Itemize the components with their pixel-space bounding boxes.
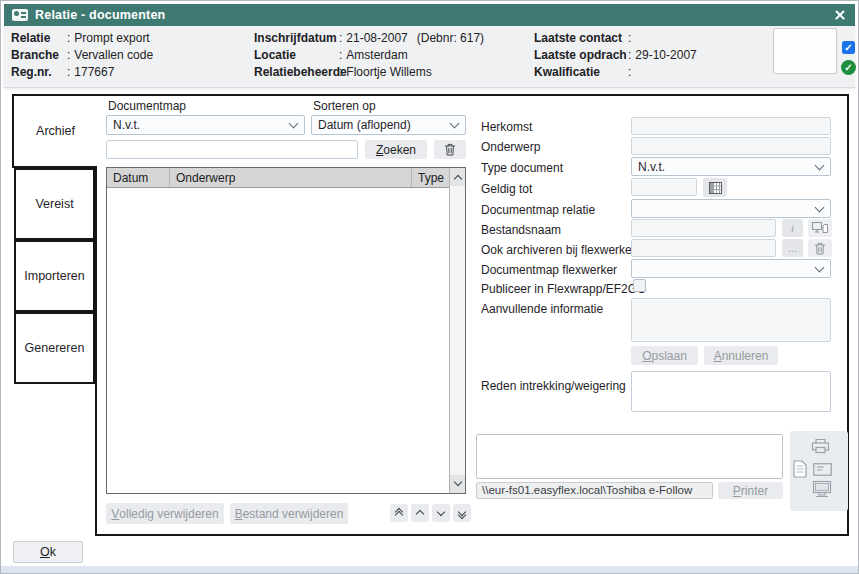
- documentmap-flexwerker-label: Documentmap flexwerker: [481, 263, 617, 277]
- documentmap-select[interactable]: N.v.t.: [106, 115, 305, 135]
- geldig-tot-label: Geldig tot: [481, 182, 532, 196]
- browse-flexwerker-button[interactable]: ...: [782, 239, 803, 257]
- close-icon[interactable]: [833, 8, 847, 22]
- printer-icon: [811, 438, 830, 454]
- documents-table: Datum Onderwerp Type: [106, 167, 466, 494]
- bestandsnaam-label: Bestandsnaam: [481, 223, 561, 237]
- aanvullende-informatie-textarea[interactable]: [631, 298, 831, 342]
- chevron-down-icon: [815, 202, 825, 212]
- zoeken-button[interactable]: Zoeken: [365, 140, 427, 159]
- header-field-kwalificatie: Kwalificatie:: [534, 64, 697, 81]
- ok-button[interactable]: Ok: [13, 541, 83, 563]
- ook-archiveren-input[interactable]: [631, 239, 776, 257]
- header-field-laatste-contact: Laatste contact:: [534, 30, 697, 47]
- approved-check-icon: ✓: [841, 60, 856, 75]
- envelope-icon: [813, 463, 832, 476]
- window-footer-strip: [1, 566, 858, 573]
- tab-importeren[interactable]: Importeren: [14, 240, 95, 312]
- publiceer-checkbox[interactable]: [633, 279, 646, 292]
- window-title: Relatie - documenten: [35, 8, 165, 22]
- scroll-up-icon[interactable]: [450, 168, 465, 186]
- relation-photo-placeholder: [773, 28, 837, 74]
- header-field-locatie: Locatie:Amsterdam: [254, 47, 484, 64]
- output-icon-panel: [790, 431, 848, 511]
- opslaan-button[interactable]: Opslaan: [631, 346, 698, 365]
- relatie-documenten-window: Relatie - documenten Relatie:Prompt expo…: [0, 0, 859, 574]
- header-field-regnr: Reg.nr.:177667: [11, 64, 153, 81]
- flexwerker-trash-button[interactable]: [808, 239, 832, 257]
- volledig-verwijderen-button[interactable]: Volledig verwijderen: [106, 503, 224, 524]
- aanvullende-informatie-label: Aanvullende informatie: [481, 302, 603, 316]
- move-top-icon[interactable]: [390, 504, 408, 522]
- type-document-label: Type document: [481, 161, 563, 175]
- type-document-select[interactable]: N.v.t.: [631, 157, 831, 176]
- column-header-datum[interactable]: Datum: [107, 168, 169, 187]
- reorder-buttons: [390, 504, 471, 522]
- header-column-3: Laatste contact: Laatste opdrach:29-10-2…: [534, 30, 697, 81]
- chevron-down-icon: [815, 262, 825, 272]
- tab-archief[interactable]: Archief: [12, 94, 97, 168]
- relation-summary-header: Relatie:Prompt export Branche:Vervallen …: [4, 26, 855, 88]
- print-preview-box: [476, 434, 783, 479]
- chevron-down-icon: [815, 160, 825, 170]
- move-up-icon[interactable]: [411, 504, 429, 522]
- sorteren-op-label: Sorteren op: [313, 99, 376, 113]
- chevron-down-icon: [289, 119, 299, 129]
- titlebar: Relatie - documenten: [4, 4, 855, 26]
- documents-table-body[interactable]: [107, 188, 448, 493]
- computer-icon: [812, 480, 832, 498]
- send-to-file-icon: [812, 222, 829, 234]
- documentmap-label: Documentmap: [108, 99, 186, 113]
- header-column-2: Inschrijfdatum:21-08-2007(Debnr: 617) Lo…: [254, 30, 484, 81]
- documentmap-flexwerker-select[interactable]: [631, 259, 831, 278]
- documentmap-relatie-select[interactable]: [631, 199, 831, 218]
- document-icon: [793, 460, 807, 478]
- move-bottom-icon[interactable]: [453, 504, 471, 522]
- chevron-down-icon: [450, 119, 460, 129]
- move-down-icon[interactable]: [432, 504, 450, 522]
- trash-icon: [444, 143, 456, 156]
- column-header-onderwerp[interactable]: Onderwerp: [169, 168, 411, 187]
- header-field-relatie: Relatie:Prompt export: [11, 30, 153, 47]
- checked-checkbox-icon[interactable]: ✓: [842, 41, 855, 54]
- annuleren-button[interactable]: Annuleren: [704, 346, 778, 365]
- header-field-branche: Branche:Vervallen code: [11, 47, 153, 64]
- header-column-1: Relatie:Prompt export Branche:Vervallen …: [11, 30, 153, 81]
- reden-intrekking-textarea[interactable]: [631, 371, 831, 412]
- bestandsnaam-input[interactable]: [631, 219, 776, 237]
- documentmap-relatie-label: Documentmap relatie: [481, 203, 595, 217]
- send-to-file-button[interactable]: [808, 219, 832, 237]
- header-field-inschrijfdatum: Inschrijfdatum:21-08-2007(Debnr: 617): [254, 30, 484, 47]
- search-input[interactable]: [106, 140, 358, 159]
- header-field-laatste-opdracht: Laatste opdrach:29-10-2007: [534, 47, 697, 64]
- printer-path-field: \\eur-fs01.easyflex.local\Toshiba e-Foll…: [476, 482, 713, 499]
- herkomst-label: Herkomst: [481, 120, 532, 134]
- scroll-down-icon[interactable]: [450, 475, 465, 493]
- documents-table-header: Datum Onderwerp Type: [107, 168, 465, 188]
- file-info-button[interactable]: i: [782, 219, 803, 237]
- herkomst-input[interactable]: [631, 117, 831, 135]
- table-scrollbar[interactable]: [449, 168, 465, 493]
- contact-card-icon: [12, 9, 28, 21]
- debtor-number: (Debnr: 617): [417, 30, 484, 47]
- reden-intrekking-label: Reden intrekking/weigering: [481, 379, 626, 393]
- onderwerp-input[interactable]: [631, 137, 831, 155]
- ook-archiveren-label: Ook archiveren bij flexwerker: [481, 243, 636, 257]
- geldig-tot-input[interactable]: [631, 178, 697, 196]
- header-field-relatiebeheerder: Relatiebeheerde:Floortje Willems: [254, 64, 484, 81]
- sorteren-op-select[interactable]: Datum (aflopend): [311, 115, 466, 135]
- tab-vereist[interactable]: Vereist: [14, 168, 95, 240]
- tab-genereren[interactable]: Genereren: [14, 312, 95, 384]
- bestand-verwijderen-button[interactable]: Bestand verwijderen: [230, 503, 348, 524]
- trash-icon: [814, 242, 826, 255]
- calendar-icon: [709, 182, 722, 194]
- printer-button[interactable]: Printer: [718, 482, 783, 499]
- search-trash-button[interactable]: [434, 140, 466, 159]
- column-header-type[interactable]: Type: [411, 168, 448, 187]
- calendar-button[interactable]: [703, 178, 727, 197]
- publiceer-label: Publiceer in Flexwrapp/EF2GO: [481, 282, 646, 296]
- onderwerp-label: Onderwerp: [481, 140, 540, 154]
